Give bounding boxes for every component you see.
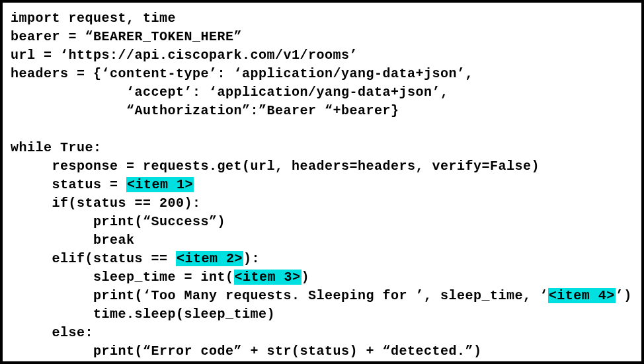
placeholder-item-4: <item 4> — [548, 288, 616, 303]
line-18: print(“Error code” + str(status) + “dete… — [11, 344, 482, 359]
line-03: url = ‘https://api.ciscopark.com/v1/room… — [11, 48, 358, 63]
line-11: print(“Success”) — [11, 214, 225, 229]
line-16: time.sleep(sleep_time) — [11, 307, 275, 322]
line-06: “Authorization”:”Bearer “+bearer} — [11, 103, 399, 118]
placeholder-item-1: <item 1> — [126, 177, 194, 192]
placeholder-item-3: <item 3> — [234, 270, 302, 285]
line-02: bearer = “BEARER_TOKEN_HERE” — [11, 29, 242, 44]
line-01: import request, time — [11, 11, 176, 26]
line-14-post: ) — [302, 270, 310, 285]
line-13-pre: elif(status == — [11, 251, 176, 266]
line-13-post: ): — [243, 251, 260, 266]
line-15-post: ’) — [616, 288, 632, 303]
line-04: headers = {‘content-type’: ‘application/… — [11, 66, 473, 81]
line-17: else: — [11, 325, 93, 340]
line-09-pre: status = — [11, 177, 126, 192]
placeholder-item-2: <item 2> — [176, 251, 243, 266]
line-10: if(status == 200): — [11, 196, 201, 211]
code-block: import request, time bearer = “BEARER_TO… — [0, 0, 644, 364]
line-07: while True: — [11, 140, 102, 155]
line-15-pre: print(‘Too Many requests. Sleeping for ’… — [11, 288, 548, 303]
line-08: response = requests.get(url, headers=hea… — [11, 159, 540, 174]
line-14-pre: sleep_time = int( — [11, 270, 234, 285]
line-05: ‘accept’: ‘application/yang-data+json’, — [11, 85, 449, 100]
line-12: break — [11, 233, 135, 248]
